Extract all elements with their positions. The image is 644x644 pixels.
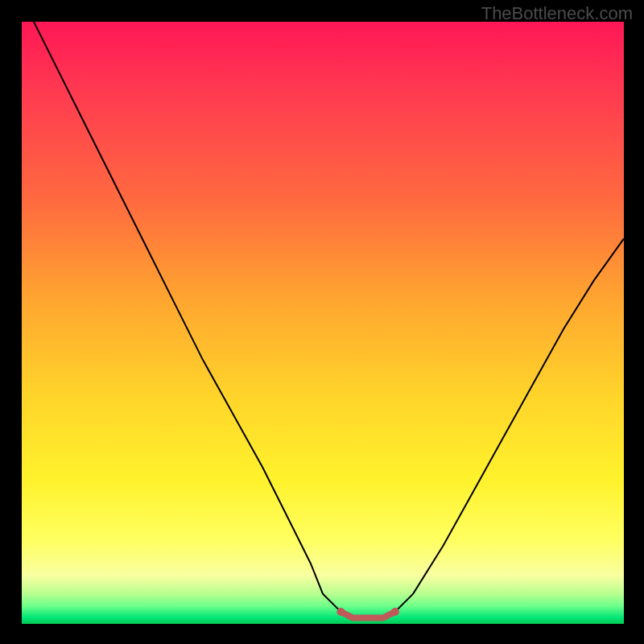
bottleneck-curve	[22, 0, 624, 618]
chart-container: TheBottleneck.com	[0, 0, 644, 644]
marker-dot-left	[336, 608, 345, 616]
curve-svg	[22, 22, 624, 624]
plot-frame	[22, 22, 624, 624]
flat-bottom-marker	[341, 612, 394, 618]
watermark-text: TheBottleneck.com	[481, 3, 633, 24]
marker-dot-right	[391, 608, 399, 616]
